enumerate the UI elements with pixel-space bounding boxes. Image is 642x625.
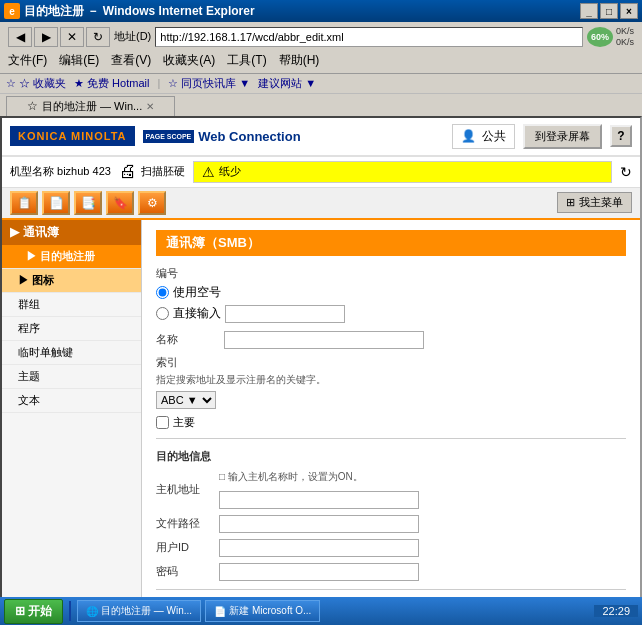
direct-input-radio[interactable] — [156, 307, 169, 320]
divider-1: | — [157, 77, 160, 89]
password-label: 密码 — [156, 564, 211, 579]
maximize-button[interactable]: □ — [600, 3, 618, 19]
sidebar-item-temp-key[interactable]: 临时单触键 — [2, 341, 141, 365]
taskbar-task1[interactable]: 🌐 目的地注册 — Win... — [77, 600, 201, 622]
host-addr-input[interactable] — [219, 491, 419, 509]
windows-icon: ⊞ — [15, 604, 25, 618]
web-connection-label: Web Connection — [198, 129, 300, 144]
login-screen-button[interactable]: 到登录屏幕 — [523, 124, 602, 149]
konica-text: KONICA MINOLTA — [18, 130, 127, 142]
host-addr-inputs: □ 输入主机名称时，设置为ON。 — [219, 470, 419, 509]
index-select-row: ABC ▼ — [156, 391, 626, 409]
web-connection-logo: PAGE SCOPE Web Connection — [143, 129, 301, 144]
start-button[interactable]: ⊞ 开始 — [4, 599, 63, 624]
network-info: 60% 0K/s 0K/s — [587, 26, 634, 48]
use-empty-row: 使用空号 — [156, 284, 626, 301]
address-input[interactable] — [155, 27, 583, 47]
pagescope-icon: PAGE SCOPE — [143, 130, 195, 143]
favorites-toolbar: ☆ ☆ 收藏夹 ★ 免费 Hotmail | ☆ 同页快讯库 ▼ 建议网站 ▼ — [0, 74, 642, 94]
direct-input-field[interactable] — [225, 305, 345, 323]
sidebar-item-theme[interactable]: 主题 — [2, 365, 141, 389]
nav-icon-3[interactable]: 🔖 — [106, 191, 134, 215]
star-icon: ☆ — [6, 77, 16, 90]
task1-label: 目的地注册 — Win... — [101, 604, 192, 618]
sidebar-item-group[interactable]: 群组 — [2, 293, 141, 317]
scan-label: 扫描胚硬 — [141, 164, 185, 179]
toolbar-btn[interactable]: ☆ 同页快讯库 ▼ — [168, 76, 250, 91]
address-bar-row: ◀ ▶ ✕ ↻ 地址(D) 60% 0K/s 0K/s — [4, 24, 638, 50]
nav-icon-1[interactable]: 📄 — [42, 191, 70, 215]
close-button[interactable]: × — [620, 3, 638, 19]
menu-help[interactable]: 帮助(H) — [279, 52, 320, 69]
hotmail-icon: ★ — [74, 77, 84, 90]
main-checkbox[interactable] — [156, 416, 169, 429]
menu-favorites[interactable]: 收藏夹(A) — [163, 52, 215, 69]
sidebar-item-dest-reg[interactable]: ▶ 目的地注册 — [2, 245, 141, 269]
tab-bar: ☆ 目的地注册 — Win... ✕ — [0, 94, 642, 116]
taskbar-task2[interactable]: 📄 新建 Microsoft O... — [205, 600, 320, 622]
taskbar-divider — [69, 601, 71, 621]
userid-row: 用户ID — [156, 539, 626, 557]
address-label: 地址(D) — [114, 29, 151, 44]
menu-bar: 文件(F) 编辑(E) 查看(V) 收藏夹(A) 工具(T) 帮助(H) — [4, 50, 638, 71]
favorites-btn[interactable]: ☆ ☆ 收藏夹 — [6, 76, 66, 91]
window-title: 目的地注册 － Windows Internet Explorer — [24, 3, 255, 20]
user-section: 👤 公共 — [452, 124, 515, 149]
nav-icon-0[interactable]: 📋 — [10, 191, 38, 215]
suggest-btn[interactable]: 建议网站 ▼ — [258, 76, 316, 91]
menu-edit[interactable]: 编辑(E) — [59, 52, 99, 69]
taskbar-clock: 22:29 — [594, 605, 638, 617]
hotmail-btn[interactable]: ★ 免费 Hotmail — [74, 76, 149, 91]
sidebar-dest-reg-label: ▶ 目的地注册 — [26, 250, 95, 262]
refresh-button[interactable]: ↻ — [86, 27, 110, 47]
forward-button[interactable]: ▶ — [34, 27, 58, 47]
browser-toolbar: ◀ ▶ ✕ ↻ 地址(D) 60% 0K/s 0K/s 文件(F) 编辑(E) … — [0, 22, 642, 74]
taskbar: ⊞ 开始 🌐 目的地注册 — Win... 📄 新建 Microsoft O..… — [0, 597, 642, 625]
dest-info-section: 目的地信息 主机地址 □ 输入主机名称时，设置为ON。 文件路径 用户ID — [156, 449, 626, 581]
minimize-button[interactable]: _ — [580, 3, 598, 19]
number-group: 编号 使用空号 直接输入 — [156, 266, 626, 323]
menu-tools[interactable]: 工具(T) — [227, 52, 266, 69]
home-icon: ⊞ — [566, 196, 575, 209]
user-label: 公共 — [482, 128, 506, 145]
back-button[interactable]: ◀ — [8, 27, 32, 47]
tab-dest-reg[interactable]: ☆ 目的地注册 — Win... ✕ — [6, 96, 175, 116]
section-title-text: 通讯簿（SMB） — [166, 235, 260, 250]
tab-icon: ☆ — [27, 99, 38, 113]
sub-header: 机型名称 bizhub 423 🖨 扫描胚硬 ⚠ 纸少 ↻ — [2, 157, 640, 188]
password-input[interactable] — [219, 563, 419, 581]
sidebar-text-label: 文本 — [18, 394, 40, 406]
menu-file[interactable]: 文件(F) — [8, 52, 47, 69]
file-path-input[interactable] — [219, 515, 419, 533]
index-hint: 指定搜索地址及显示注册名的关键字。 — [156, 373, 626, 387]
file-path-label: 文件路径 — [156, 516, 211, 531]
name-input[interactable] — [224, 331, 424, 349]
userid-input[interactable] — [219, 539, 419, 557]
network-badge: 60% — [587, 27, 613, 47]
title-bar: e 目的地注册 － Windows Internet Explorer _ □ … — [0, 0, 642, 22]
refresh-icon[interactable]: ↻ — [620, 164, 632, 180]
speed-info: 0K/s 0K/s — [616, 26, 634, 48]
index-select[interactable]: ABC ▼ — [156, 391, 216, 409]
content-area: 通讯簿（SMB） 编号 使用空号 直接输入 名称 — [142, 220, 640, 609]
index-group: 索引 指定搜索地址及显示注册名的关键字。 ABC ▼ 主要 — [156, 355, 626, 430]
sidebar-item-program[interactable]: 程序 — [2, 317, 141, 341]
tab-label: 目的地注册 — Win... — [42, 99, 142, 114]
sidebar-section-address[interactable]: ▶ 通讯簿 — [2, 220, 141, 245]
machine-label: 机型名称 bizhub 423 — [10, 164, 111, 179]
menu-view[interactable]: 查看(V) — [111, 52, 151, 69]
use-empty-radio[interactable] — [156, 286, 169, 299]
clock-text: 22:29 — [602, 605, 630, 617]
nav-icon-2[interactable]: 📑 — [74, 191, 102, 215]
main-checkbox-row: 主要 — [156, 415, 626, 430]
sidebar-item-text[interactable]: 文本 — [2, 389, 141, 413]
nav-icon-4[interactable]: ⚙ — [138, 191, 166, 215]
task1-icon: 🌐 — [86, 606, 98, 617]
password-row: 密码 — [156, 563, 626, 581]
help-button[interactable]: ? — [610, 125, 632, 147]
home-menu-button[interactable]: ⊞ 我主菜单 — [557, 192, 632, 213]
stop-button[interactable]: ✕ — [60, 27, 84, 47]
window-controls: _ □ × — [580, 3, 638, 19]
sidebar-item-icon[interactable]: ▶ 图标 — [2, 269, 141, 293]
tab-close-icon[interactable]: ✕ — [146, 101, 154, 112]
